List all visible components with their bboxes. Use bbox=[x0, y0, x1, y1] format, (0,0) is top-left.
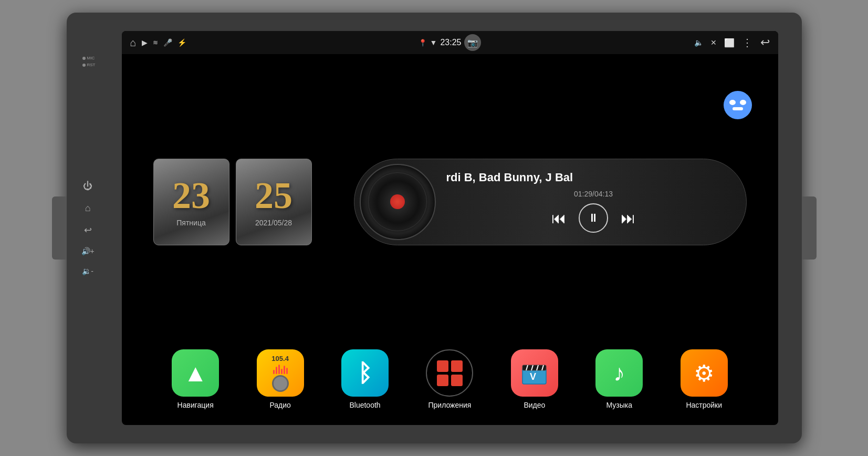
music-info: rdi B, Bad Bunny, J Bal 01:29/04:13 ⏮ ⏸ … bbox=[446, 171, 741, 233]
settings-gear-icon: ⚙ bbox=[694, 360, 714, 387]
music-widget: rdi B, Bad Bunny, J Bal 01:29/04:13 ⏮ ⏸ … bbox=[354, 159, 747, 245]
music-time: 01:29/04:13 bbox=[446, 190, 741, 198]
radio-dial bbox=[272, 375, 289, 392]
back-button-side[interactable]: ↩ bbox=[84, 225, 92, 235]
status-bar-right: 🔈 ✕ ⬜ ⋮ ↩ bbox=[694, 36, 770, 49]
radio-bar-1 bbox=[273, 370, 275, 374]
mic-rst-indicators: MIC RST bbox=[82, 56, 96, 67]
bluetooth-icon: ᛒ bbox=[341, 349, 389, 397]
clock-hours: 23 bbox=[172, 177, 210, 214]
apps-sq-3 bbox=[437, 375, 448, 386]
app-item-settings[interactable]: ⚙ Настройки bbox=[681, 349, 728, 409]
radio-bar-4 bbox=[281, 369, 283, 374]
app-grid: ▲ Навигация 105.4 bbox=[122, 344, 778, 425]
radio-bar-6 bbox=[286, 368, 288, 374]
upper-section: 23 Пятница 25 2021/05/28 rdi B, Bad Bunn… bbox=[122, 54, 778, 344]
radio-content: 105.4 bbox=[271, 355, 289, 392]
radio-label: Радио bbox=[269, 401, 290, 409]
app-item-music[interactable]: ♪ Музыка bbox=[595, 349, 643, 409]
radio-waves bbox=[273, 364, 288, 374]
apps-icon bbox=[426, 349, 473, 397]
radio-freq: 105.4 bbox=[271, 355, 289, 362]
ai-assistant[interactable] bbox=[724, 91, 752, 119]
status-time: 23:25 bbox=[440, 38, 461, 47]
radio-icon: 105.4 bbox=[257, 349, 304, 397]
app-item-bluetooth[interactable]: ᛒ Bluetooth bbox=[341, 349, 389, 409]
right-side-knob bbox=[802, 196, 817, 260]
car-head-unit: MIC RST ⏻ ⌂ ↩ 🔊+ 🔉- ⌂ ▶ ≋ 🎤 ⚡ 📍 ▼ bbox=[67, 13, 802, 443]
clock-date: 2021/05/28 bbox=[255, 219, 292, 227]
apps-grid-icon bbox=[433, 356, 467, 390]
app-item-apps[interactable]: Приложения bbox=[426, 349, 473, 409]
music-title: rdi B, Bad Bunny, J Bal bbox=[446, 171, 741, 184]
mic-icon: 🎤 bbox=[163, 38, 172, 47]
mic-indicator: MIC bbox=[82, 56, 96, 60]
volume-icon[interactable]: 🔈 bbox=[694, 38, 703, 47]
back-icon[interactable]: ↩ bbox=[760, 36, 770, 49]
music-controls: ⏮ ⏸ ⏭ bbox=[446, 203, 741, 233]
more-icon[interactable]: ⋮ bbox=[742, 36, 753, 49]
apps-sq-1 bbox=[437, 360, 448, 372]
bluetooth-symbol: ᛒ bbox=[358, 359, 372, 387]
settings-icon: ⚙ bbox=[681, 349, 728, 397]
apps-sq-2 bbox=[451, 360, 463, 372]
nav-icon: ▲ bbox=[172, 349, 219, 397]
status-bar-left: ⌂ ▶ ≋ 🎤 ⚡ bbox=[130, 37, 694, 49]
clock-hours-card: 23 Пятница bbox=[153, 159, 229, 245]
robot-mouth bbox=[733, 107, 743, 110]
status-bar: ⌂ ▶ ≋ 🎤 ⚡ 📍 ▼ 23:25 📷 🔈 ✕ ⬜ ⋮ ↩ bbox=[122, 31, 778, 54]
location-icon: 📍 bbox=[419, 39, 427, 47]
play-icon: ▶ bbox=[142, 38, 148, 47]
vol-down-button[interactable]: 🔉- bbox=[82, 267, 93, 275]
music-label: Музыка bbox=[606, 401, 633, 409]
camera-button[interactable]: 📷 bbox=[464, 34, 481, 51]
robot-head-icon bbox=[724, 91, 752, 119]
next-button[interactable]: ⏭ bbox=[621, 210, 635, 227]
music-note-icon: ♪ bbox=[613, 360, 625, 386]
left-button-strip: ⏻ ⌂ ↩ 🔊+ 🔉- bbox=[81, 181, 95, 275]
clock-day: Пятница bbox=[176, 219, 205, 227]
video-icon: V bbox=[511, 349, 558, 397]
apps-label: Приложения bbox=[428, 401, 472, 409]
robot-eye-right bbox=[740, 100, 746, 105]
apps-sq-4 bbox=[451, 375, 463, 386]
bluetooth-label: Bluetooth bbox=[349, 401, 380, 409]
usb-icon: ⚡ bbox=[177, 38, 186, 47]
vinyl-record bbox=[360, 164, 436, 240]
app-item-nav[interactable]: ▲ Навигация bbox=[172, 349, 219, 409]
play-pause-button[interactable]: ⏸ bbox=[579, 203, 608, 233]
signal-icon: ≋ bbox=[153, 39, 158, 46]
clock-minutes: 25 bbox=[255, 177, 292, 214]
rst-indicator: RST bbox=[82, 63, 96, 67]
prev-button[interactable]: ⏮ bbox=[551, 210, 566, 227]
clock-minutes-card: 25 2021/05/28 bbox=[236, 159, 312, 245]
play-pause-icon: ⏸ bbox=[588, 211, 599, 225]
robot-eyes bbox=[729, 100, 746, 105]
nav-arrow-icon: ▲ bbox=[183, 359, 207, 387]
robot-eye-left bbox=[729, 100, 736, 105]
clapper-svg: V bbox=[520, 360, 549, 386]
video-label: Видео bbox=[524, 401, 545, 409]
main-content: 23 Пятница 25 2021/05/28 rdi B, Bad Bunn… bbox=[122, 54, 778, 425]
app-item-video[interactable]: V Видео bbox=[511, 349, 558, 409]
music-icon: ♪ bbox=[595, 349, 643, 397]
status-bar-center: 📍 ▼ 23:25 📷 bbox=[419, 34, 482, 51]
main-screen: ⌂ ▶ ≋ 🎤 ⚡ 📍 ▼ 23:25 📷 🔈 ✕ ⬜ ⋮ ↩ bbox=[122, 31, 778, 425]
nav-label: Навигация bbox=[177, 401, 214, 409]
window-icon[interactable]: ⬜ bbox=[724, 38, 735, 48]
power-button[interactable]: ⏻ bbox=[83, 181, 92, 191]
radio-bar-2 bbox=[276, 367, 277, 374]
home-button-side[interactable]: ⌂ bbox=[85, 203, 91, 213]
vol-up-button[interactable]: 🔊+ bbox=[81, 247, 95, 255]
settings-label: Настройки bbox=[686, 401, 722, 409]
home-icon-bar[interactable]: ⌂ bbox=[130, 37, 137, 49]
close-icon[interactable]: ✕ bbox=[710, 38, 717, 47]
vinyl-center bbox=[390, 194, 405, 209]
clock-widget: 23 Пятница 25 2021/05/28 bbox=[153, 159, 312, 245]
app-item-radio[interactable]: 105.4 Радио bbox=[257, 349, 304, 409]
svg-text:V: V bbox=[530, 371, 536, 382]
left-side-knob bbox=[52, 196, 67, 260]
radio-bar-3 bbox=[278, 365, 280, 374]
radio-bar-5 bbox=[284, 366, 285, 374]
wifi-icon: ▼ bbox=[430, 38, 437, 47]
